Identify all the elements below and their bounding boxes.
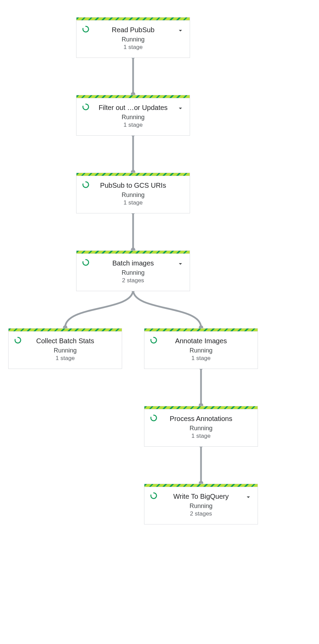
running-stripe [76, 95, 190, 98]
running-icon [82, 259, 90, 266]
pipeline-node-collect-batch-stats[interactable]: Collect Batch Stats Running 1 stage [8, 328, 122, 369]
node-title: Write To BigQuery [162, 493, 240, 500]
running-icon [82, 181, 90, 188]
pipeline-node-write-to-bigquery[interactable]: Write To BigQuery Running 2 stages [144, 484, 258, 524]
running-stripe [144, 484, 258, 487]
running-icon [82, 25, 90, 33]
node-title: Annotate Images [162, 337, 240, 345]
chevron-down-icon[interactable] [177, 27, 184, 34]
chevron-down-icon[interactable] [177, 260, 184, 268]
pipeline-node-filter-updates[interactable]: Filter out …or Updates Running 1 stage [76, 95, 190, 136]
node-status: Running [151, 503, 251, 510]
running-stripe [144, 406, 258, 409]
node-title: Process Annotations [162, 415, 240, 423]
node-title: PubSub to GCS URIs [94, 182, 172, 189]
node-title: Batch images [94, 259, 172, 267]
node-stages: 1 stage [15, 355, 116, 362]
node-status: Running [83, 191, 184, 199]
chevron-down-icon[interactable] [177, 104, 184, 112]
pipeline-node-pubsub-to-gcs[interactable]: PubSub to GCS URIs Running 1 stage [76, 173, 190, 213]
running-stripe [144, 329, 258, 332]
pipeline-graph-canvas: Read PubSub Running 1 stage Filter out …… [0, 0, 319, 644]
running-icon [14, 336, 22, 344]
node-title: Collect Batch Stats [26, 337, 104, 345]
node-stages: 1 stage [83, 44, 184, 51]
running-stripe [76, 17, 190, 21]
node-title: Read PubSub [94, 26, 172, 34]
pipeline-node-annotate-images[interactable]: Annotate Images Running 1 stage [144, 328, 258, 369]
node-status: Running [151, 425, 251, 432]
node-stages: 1 stage [151, 355, 251, 362]
node-status: Running [15, 347, 116, 354]
running-stripe [76, 173, 190, 176]
running-icon [82, 103, 90, 111]
running-icon [150, 336, 157, 344]
running-stripe [9, 329, 122, 332]
pipeline-node-batch-images[interactable]: Batch images Running 2 stages [76, 250, 190, 291]
node-stages: 2 stages [151, 510, 251, 517]
pipeline-node-read-pubsub[interactable]: Read PubSub Running 1 stage [76, 17, 190, 58]
node-stages: 1 stage [83, 199, 184, 206]
node-status: Running [83, 36, 184, 43]
running-icon [150, 492, 157, 499]
node-stages: 1 stage [151, 433, 251, 439]
node-stages: 2 stages [83, 277, 184, 284]
running-stripe [76, 251, 190, 254]
running-icon [150, 414, 157, 422]
node-status: Running [83, 114, 184, 121]
pipeline-node-process-annotations[interactable]: Process Annotations Running 1 stage [144, 406, 258, 447]
node-title: Filter out …or Updates [94, 104, 172, 112]
node-status: Running [83, 269, 184, 276]
node-stages: 1 stage [83, 122, 184, 128]
node-status: Running [151, 347, 251, 354]
chevron-down-icon[interactable] [245, 493, 252, 501]
